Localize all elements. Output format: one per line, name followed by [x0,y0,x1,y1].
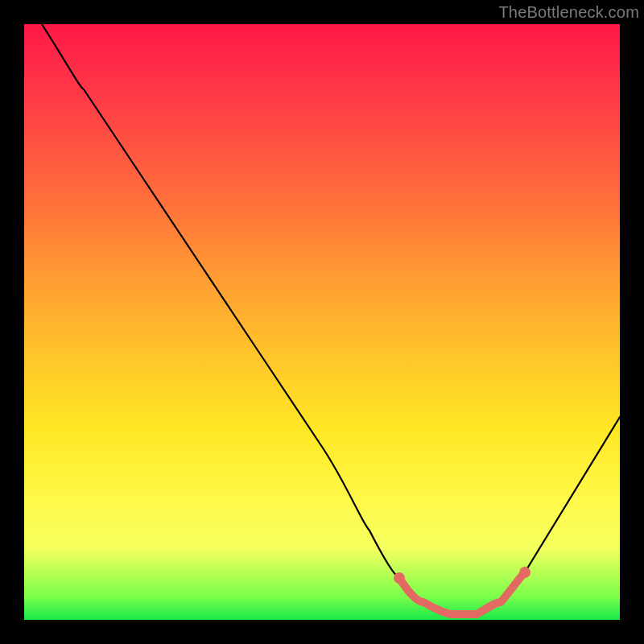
chart-frame: TheBottleneck.com [0,0,644,644]
chart-overlay [24,24,620,620]
optimal-region-highlight [399,572,525,614]
highlight-start-dot [394,572,405,584]
watermark-text: TheBottleneck.com [498,3,639,22]
highlight-end-dot [519,567,530,578]
bottleneck-curve [42,24,620,614]
